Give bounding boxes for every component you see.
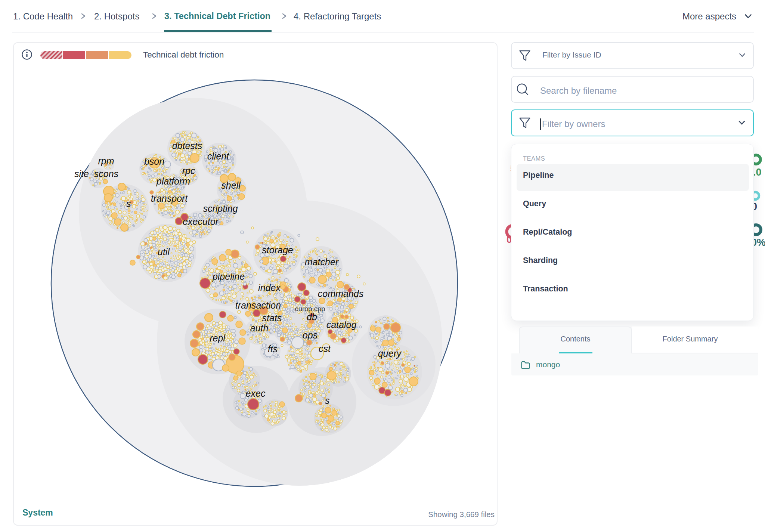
svg-text:client: client	[207, 151, 229, 161]
svg-text:auth: auth	[250, 323, 269, 333]
svg-text:rpm: rpm	[98, 156, 114, 166]
svg-text:query: query	[378, 348, 402, 359]
svg-text:site_scons: site_scons	[74, 168, 118, 179]
svg-text:executor: executor	[183, 216, 219, 227]
svg-text:scripting: scripting	[203, 203, 238, 214]
svg-text:dbtests: dbtests	[172, 140, 202, 151]
svg-text:cst: cst	[319, 343, 331, 354]
svg-text:shell: shell	[221, 180, 241, 191]
svg-text:bson: bson	[144, 156, 164, 167]
svg-text:matcher: matcher	[305, 257, 339, 267]
svg-text:s: s	[325, 395, 330, 406]
svg-text:fts: fts	[268, 344, 278, 354]
svg-text:transaction: transaction	[235, 300, 281, 310]
svg-text:util: util	[158, 247, 170, 257]
svg-text:rpc: rpc	[182, 166, 195, 176]
svg-text:storage: storage	[262, 245, 293, 255]
svg-text:index: index	[258, 282, 281, 293]
svg-text:.0: .0	[753, 167, 762, 178]
svg-text:stats: stats	[262, 313, 282, 323]
svg-text:ops: ops	[303, 330, 318, 340]
svg-text:pipeline: pipeline	[212, 271, 245, 282]
svg-text:repl: repl	[210, 333, 226, 343]
svg-text:platform: platform	[156, 176, 190, 186]
svg-text:db: db	[307, 312, 317, 322]
svg-text:transport: transport	[151, 193, 188, 204]
svg-text:s: s	[126, 198, 131, 209]
svg-text:exec: exec	[246, 388, 266, 399]
svg-text:catalog: catalog	[326, 319, 357, 330]
svg-text:commands: commands	[318, 288, 363, 299]
svg-text:curop.cpp: curop.cpp	[295, 305, 325, 313]
